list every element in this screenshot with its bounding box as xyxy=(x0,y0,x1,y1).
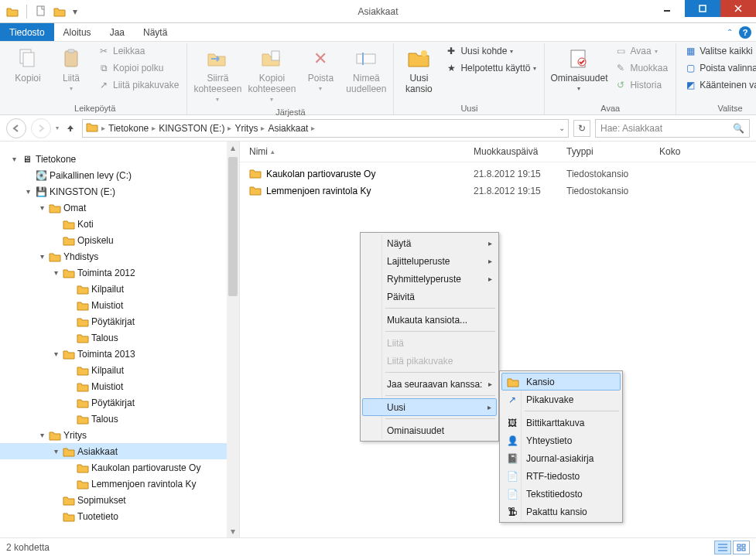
tree-item[interactable]: ▾Omat xyxy=(0,200,239,216)
history-dropdown-icon[interactable]: ▾ xyxy=(56,125,59,131)
easy-access-button[interactable]: ★Helpotettu käyttö ▾ xyxy=(442,60,539,76)
folder-icon xyxy=(76,461,90,475)
ctx-new-zip[interactable]: 🗜Pakattu kansio xyxy=(501,503,621,520)
tree-item-local-disk[interactable]: 💽Paikallinen levy (C:) xyxy=(0,167,239,183)
breadcrumb[interactable]: Yritys▸ xyxy=(234,123,265,134)
tree-item[interactable]: Kilpailut xyxy=(0,281,239,297)
ctx-customize[interactable]: Mukauta kansiota... xyxy=(362,311,497,329)
folder-icon xyxy=(249,185,262,198)
help-icon[interactable]: ? xyxy=(739,26,751,39)
copy-button[interactable]: Kopioi xyxy=(8,43,48,87)
select-none-button[interactable]: ▢Poista valinnat xyxy=(681,60,756,76)
edit-button[interactable]: ✎Muokkaa xyxy=(611,60,671,76)
copy-to-button[interactable]: Kopioi kohteeseen▾ xyxy=(246,43,297,106)
minimize-button[interactable] xyxy=(649,0,685,17)
tree-item-selected[interactable]: ▾Asiakkaat xyxy=(0,443,239,459)
tree-item[interactable]: Kaukolan partiovaruste Oy xyxy=(0,459,239,476)
tree-item[interactable]: Kilpailut xyxy=(0,362,239,378)
breadcrumb[interactable]: KINGSTON (E:)▸ xyxy=(159,123,231,134)
tree-item[interactable]: ▾Toiminta 2012 xyxy=(0,264,239,281)
ctx-share[interactable]: Jaa seuraavan kanssa:▸ xyxy=(362,375,497,393)
tab-view[interactable]: Näytä xyxy=(134,23,176,41)
list-item[interactable]: Lemmenjoen ravintola Ky 21.8.2012 19:15 … xyxy=(249,182,747,200)
list-item[interactable]: Kaukolan partiovaruste Oy 21.8.2012 19:1… xyxy=(249,165,747,182)
tree-item[interactable]: Tuotetieto xyxy=(0,508,239,524)
new-folder-button[interactable]: Uusi kansio xyxy=(399,43,439,97)
paste-shortcut-button[interactable]: ↗Liitä pikakuvake xyxy=(94,77,182,93)
tree-item[interactable]: Muistiot xyxy=(0,297,239,313)
svg-rect-4 xyxy=(65,51,77,67)
tab-file[interactable]: Tiedosto xyxy=(0,23,54,41)
tree-scrollbar[interactable]: ▴ ▾ xyxy=(227,142,239,537)
ctx-new-contact[interactable]: 👤Yhteystieto xyxy=(501,431,621,449)
close-button[interactable] xyxy=(720,0,756,17)
column-header-modified[interactable]: Muokkauspäivä xyxy=(474,146,566,157)
maximize-button[interactable] xyxy=(685,0,720,17)
ctx-properties[interactable]: Ominaisuudet xyxy=(362,421,497,439)
breadcrumb[interactable]: Asiakkaat▸ xyxy=(268,123,315,134)
ctx-new[interactable]: Uusi▸ xyxy=(362,398,497,416)
copy-path-button[interactable]: ⧉Kopioi polku xyxy=(94,60,182,76)
tree-item[interactable]: Lemmenjoen ravintola Ky xyxy=(0,476,239,492)
tree-item[interactable]: ▾Yhdistys xyxy=(0,248,239,264)
ctx-group[interactable]: Ryhmittelyperuste▸ xyxy=(362,270,497,288)
ctx-view[interactable]: Näytä▸ xyxy=(362,234,497,252)
invert-selection-button[interactable]: ◩Käänteinen valinta xyxy=(681,77,756,93)
details-view-button[interactable] xyxy=(714,541,731,554)
folder-icon[interactable] xyxy=(52,4,67,19)
ctx-new-bitmap[interactable]: 🖼Bittikarttakuva xyxy=(501,414,621,431)
open-button[interactable]: ▭Avaa ▾ xyxy=(611,43,671,59)
forward-button[interactable] xyxy=(31,118,51,138)
tree-item[interactable]: Pöytäkirjat xyxy=(0,394,239,411)
paste-button[interactable]: Liitä▾ xyxy=(51,43,91,95)
refresh-button[interactable]: ↻ xyxy=(573,120,590,137)
ctx-new-rtf[interactable]: 📄RTF-tiedosto xyxy=(501,467,621,485)
search-input[interactable]: Hae: Asiakkaat 🔍 xyxy=(595,119,750,138)
breadcrumb[interactable]: Tietokone▸ xyxy=(108,123,156,134)
tree-item[interactable]: Sopimukset xyxy=(0,492,239,508)
select-all-button[interactable]: ▦Valitse kaikki xyxy=(681,43,756,59)
tab-share[interactable]: Jaa xyxy=(101,23,134,41)
column-header-type[interactable]: Tyyppi xyxy=(566,146,659,157)
scroll-up-icon[interactable]: ▴ xyxy=(227,142,239,154)
ctx-new-journal[interactable]: 📓Journal-asiakirja xyxy=(501,449,621,467)
move-to-button[interactable]: Siirrä kohteeseen▾ xyxy=(192,43,243,106)
ctx-new-folder[interactable]: Kansio xyxy=(501,373,621,391)
tree-item-kingston[interactable]: ▾💾KINGSTON (E:) xyxy=(0,183,239,200)
new-item-button[interactable]: ✚Uusi kohde ▾ xyxy=(442,43,539,59)
scroll-down-icon[interactable]: ▾ xyxy=(227,525,239,537)
address-bar[interactable]: ▸ Tietokone▸ KINGSTON (E:)▸ Yritys▸ Asia… xyxy=(82,119,569,138)
cut-button[interactable]: ✂Leikkaa xyxy=(94,43,182,59)
history-button[interactable]: ↺Historia xyxy=(611,77,671,93)
tree-item[interactable]: ▾Toiminta 2013 xyxy=(0,346,239,362)
collapse-ribbon-icon[interactable]: ⌃ xyxy=(727,28,733,36)
tree-item[interactable]: Talous xyxy=(0,411,239,427)
ctx-paste[interactable]: Liitä xyxy=(362,334,497,352)
tree-item[interactable]: Muistiot xyxy=(0,378,239,394)
text-icon: 📄 xyxy=(505,486,520,502)
column-header-name[interactable]: Nimi▴ xyxy=(249,146,474,157)
tree-item[interactable]: ▾Yritys xyxy=(0,427,239,443)
tree-item[interactable]: Opiskelu xyxy=(0,232,239,248)
delete-button[interactable]: ✕ Poista▾ xyxy=(300,43,340,95)
rename-button[interactable]: Nimeä uudelleen xyxy=(344,43,388,97)
tree-item[interactable]: Talous xyxy=(0,329,239,346)
properties-button[interactable]: Ominaisuudet▾ xyxy=(549,43,608,95)
ctx-paste-shortcut[interactable]: Liitä pikakuvake xyxy=(362,352,497,370)
ctx-new-shortcut[interactable]: ↗Pikakuvake xyxy=(501,391,621,408)
ctx-new-text[interactable]: 📄Tekstitiedosto xyxy=(501,485,621,503)
qat-dropdown-icon[interactable]: ▾ xyxy=(70,4,80,19)
tree-item-computer[interactable]: ▾🖥Tietokone xyxy=(0,151,239,167)
ctx-sort[interactable]: Lajitteluperuste▸ xyxy=(362,252,497,270)
up-button[interactable] xyxy=(63,121,77,135)
column-header-size[interactable]: Koko xyxy=(659,146,747,157)
tree-item[interactable]: Koti xyxy=(0,216,239,232)
icons-view-button[interactable] xyxy=(733,541,750,554)
back-button[interactable] xyxy=(6,118,26,138)
address-dropdown-icon[interactable]: ⌄ xyxy=(559,124,565,132)
tab-home[interactable]: Aloitus xyxy=(54,23,101,41)
ctx-refresh[interactable]: Päivitä xyxy=(362,288,497,305)
tree-item[interactable]: Pöytäkirjat xyxy=(0,313,239,329)
new-doc-icon[interactable] xyxy=(33,4,49,19)
scroll-thumb[interactable] xyxy=(228,157,238,296)
